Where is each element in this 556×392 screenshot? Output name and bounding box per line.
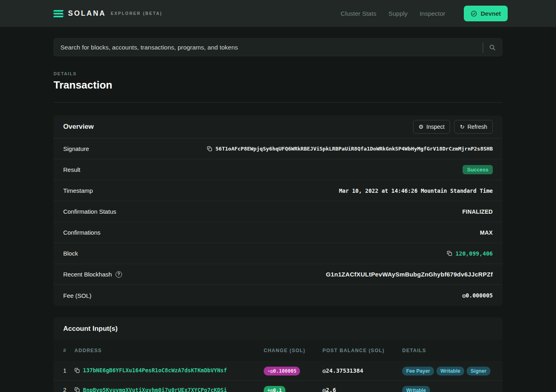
confirmations-row: Confirmations MAX (54, 222, 502, 243)
overview-card: Overview ⚙ Inspect ↻ Refresh Signature 5… (54, 116, 502, 306)
navbar: SOLANA EXPLORER (BETA) Cluster Stats Sup… (0, 0, 556, 27)
table-row: 2 BnpBvp5KvuvmqXVutiXuvhm0i7u0rUEx7XYCPo… (54, 380, 502, 392)
refresh-button[interactable]: ↻ Refresh (454, 120, 493, 134)
cluster-name: Devnet (481, 10, 501, 17)
help-icon[interactable]: ? (116, 271, 122, 278)
overview-title: Overview (63, 123, 94, 131)
recent-blockhash-row: Recent Blockhash ? G1n1ZACfXULtPevWAySmB… (54, 264, 502, 285)
post-balance: ◎2.6 (322, 387, 336, 392)
search-input[interactable] (60, 44, 480, 51)
account-address-link[interactable]: 137bNE6gB6YFLXu164PesR1oC8cWzA7dsKTKmDbV… (83, 367, 227, 373)
recent-blockhash-value: G1n1ZACfXULtPevWAySmBubgZnGhybf679dv6JJc… (326, 271, 493, 278)
account-inputs-card: Account Input(s) # ADDRESS CHANGE (SOL) … (54, 317, 502, 392)
col-header-post-balance: POST BALANCE (SOL) (322, 340, 402, 361)
copy-icon[interactable] (74, 387, 80, 392)
refresh-icon: ↻ (460, 124, 465, 130)
writable-badge: Writable (402, 386, 430, 392)
account-inputs-table: # ADDRESS CHANGE (SOL) POST BALANCE (SOL… (54, 340, 502, 392)
nav-link-cluster-stats[interactable]: Cluster Stats (341, 10, 376, 17)
block-label: Block (63, 250, 78, 257)
row-index: 2 (54, 380, 74, 392)
col-header-index: # (54, 340, 74, 361)
col-header-address: ADDRESS (74, 340, 264, 361)
brand-subtitle: EXPLORER (BETA) (111, 11, 162, 16)
writable-badge: Writable (436, 367, 464, 375)
cluster-selector-button[interactable]: Devnet (464, 6, 508, 21)
result-label: Result (63, 166, 81, 173)
table-row: 1 137bNE6gB6YFLXu164PesR1oC8cWzA7dsKTKmD… (54, 361, 502, 380)
confirmations-label: Confirmations (63, 229, 101, 236)
copy-icon[interactable] (74, 368, 80, 373)
confirmation-status-row: Confirmation Status FINALIZED (54, 201, 502, 222)
nav-links: Cluster Stats Supply Inspector Devnet (329, 6, 508, 21)
search-icon[interactable] (489, 44, 496, 51)
success-badge: Success (463, 165, 493, 174)
timestamp-label: Timestamp (63, 187, 93, 194)
fee-label: Fee (SOL) (63, 292, 91, 299)
brand-name: SOLANA (68, 9, 106, 18)
block-link[interactable]: 120,099,406 (455, 250, 493, 257)
page-title: Transaction (54, 79, 502, 91)
signature-value: 56T1oAFcP8EWpjqSy6hqUFQ6WRkRBEJViSpkLRBP… (215, 146, 493, 152)
timestamp-value: Mar 10, 2022 at 14:46:26 Mountain Standa… (339, 188, 493, 194)
account-inputs-title: Account Input(s) (63, 325, 118, 333)
search-bar (54, 38, 502, 56)
gear-icon: ⚙ (419, 124, 424, 130)
change-badge: -◎0.100005 (264, 367, 300, 375)
confirmation-status-value: FINALIZED (462, 208, 493, 215)
nav-link-supply[interactable]: Supply (389, 10, 407, 17)
signature-row: Signature 56T1oAFcP8EWpjqSy6hqUFQ6WRkRBE… (54, 138, 502, 159)
col-header-change: CHANGE (SOL) (264, 340, 322, 361)
account-address-link[interactable]: BnpBvp5KvuvmqXVutiXuvhm0i7u0rUEx7XYCPo7c… (83, 387, 227, 392)
recent-blockhash-label: Recent Blockhash (63, 271, 112, 278)
fee-row: Fee (SOL) ◎0.000005 (54, 285, 502, 306)
change-badge: +◎0.1 (264, 386, 285, 392)
block-row: Block 120,099,406 (54, 243, 502, 264)
page-eyebrow: DETAILS (54, 71, 502, 76)
table-header-row: # ADDRESS CHANGE (SOL) POST BALANCE (SOL… (54, 340, 502, 361)
brand-logo[interactable]: SOLANA EXPLORER (BETA) (54, 9, 162, 18)
fee-value: ◎0.000005 (462, 292, 493, 299)
search-separator (483, 42, 483, 53)
result-row: Result Success (54, 159, 502, 180)
solana-logo-icon (54, 10, 63, 17)
signature-label: Signature (63, 145, 89, 152)
signer-badge: Signer (467, 367, 490, 375)
page-header: DETAILS Transaction (54, 71, 502, 103)
copy-icon[interactable] (207, 146, 212, 151)
refresh-label: Refresh (467, 124, 487, 130)
post-balance: ◎24.37531384 (322, 367, 363, 374)
confirmations-value: MAX (480, 229, 493, 236)
row-index: 1 (54, 361, 74, 380)
col-header-details: DETAILS (402, 340, 502, 361)
timestamp-row: Timestamp Mar 10, 2022 at 14:46:26 Mount… (54, 180, 502, 201)
inspect-button[interactable]: ⚙ Inspect (413, 120, 451, 134)
nav-link-inspector[interactable]: Inspector (420, 10, 445, 17)
inspect-label: Inspect (426, 124, 444, 130)
confirmation-status-label: Confirmation Status (63, 208, 116, 215)
check-circle-icon (471, 10, 477, 17)
fee-payer-badge: Fee Payer (402, 367, 434, 375)
copy-icon[interactable] (447, 251, 452, 256)
